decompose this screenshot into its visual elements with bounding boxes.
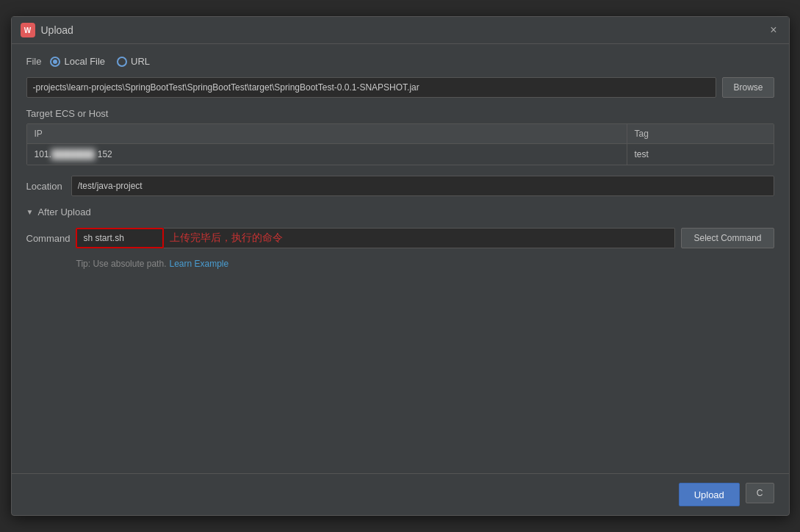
browse-button[interactable]: Browse [722,77,774,98]
command-row: Command sh start.sh 上传完毕后，执行的命令 Select C… [26,228,774,248]
radio-local-label: Local File [64,56,105,67]
tip-row: Tip: Use absolute path. Learn Example [26,259,774,269]
radio-local-file[interactable]: Local File [50,56,105,67]
command-label: Command [26,233,71,244]
after-upload-section: ▼ After Upload [26,206,774,218]
after-upload-title: ▼ After Upload [26,206,774,218]
tip-text: Tip: Use absolute path. [76,259,167,269]
upload-button[interactable]: Upload [679,483,740,506]
file-path-input[interactable] [26,77,717,98]
ip-blurred: ███████ [51,149,96,159]
location-label: Location [26,181,62,192]
dialog-footer: Upload C [12,473,789,515]
td-tag: test [627,144,774,165]
title-bar: W Upload × [12,17,789,44]
command-input-wrapper: sh start.sh 上传完毕后，执行的命令 [76,228,675,248]
table-row: 101.███████ 152 test [27,144,774,165]
target-section: Target ECS or Host IP Tag 101.███████ 15… [26,108,774,165]
location-row: Location [26,176,774,196]
after-upload-label: After Upload [37,206,90,218]
td-ip: 101.███████ 152 [27,144,627,165]
radio-local-icon [50,57,60,67]
th-tag: Tag [627,124,774,143]
learn-example-link[interactable]: Learn Example [169,259,228,269]
file-path-row: Browse [26,77,774,98]
command-value[interactable]: sh start.sh [76,228,164,248]
close-button[interactable]: × [767,23,779,37]
select-command-button[interactable]: Select Command [681,228,774,248]
upload-dialog: W Upload × File Local File URL [11,16,790,516]
th-ip: IP [27,124,627,143]
radio-url[interactable]: URL [117,56,150,67]
cancel-button[interactable]: C [746,483,774,503]
command-placeholder[interactable]: 上传完毕后，执行的命令 [164,228,675,248]
dialog-title: Upload [41,24,73,36]
radio-group: Local File URL [50,56,150,67]
location-input[interactable] [71,176,774,196]
app-icon: W [21,23,35,37]
target-table: IP Tag 101.███████ 152 test [26,123,774,165]
triangle-icon: ▼ [26,208,34,216]
dialog-body: File Local File URL Browse Target ECS or… [12,44,789,473]
file-label: File [26,56,42,67]
table-header: IP Tag [27,124,774,144]
radio-url-icon [117,57,127,67]
radio-url-label: URL [131,56,150,67]
file-section: File Local File URL [26,56,774,67]
target-label: Target ECS or Host [26,108,774,119]
